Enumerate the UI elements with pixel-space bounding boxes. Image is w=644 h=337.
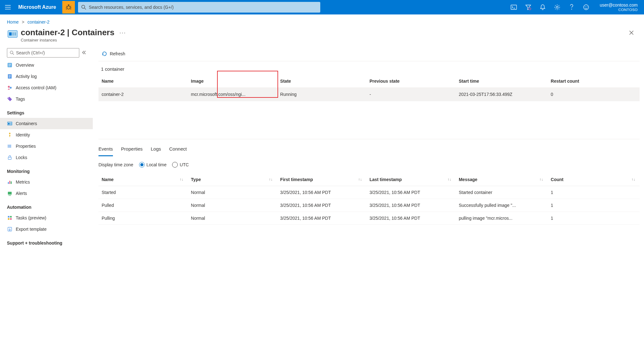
sidebar-item-properties[interactable]: Properties bbox=[0, 141, 93, 152]
search-icon bbox=[81, 5, 86, 10]
sidebar-item-export-template[interactable]: Export template bbox=[0, 224, 93, 235]
bug-icon bbox=[65, 4, 72, 10]
table-row[interactable]: Pulling Normal 3/25/2021, 10:56 AM PDT 3… bbox=[98, 212, 640, 225]
sidebar-item-tags[interactable]: Tags bbox=[0, 93, 93, 105]
breadcrumb: Home > container-2 bbox=[0, 14, 644, 27]
col-image[interactable]: Image bbox=[188, 75, 277, 87]
svg-point-23 bbox=[9, 135, 10, 136]
cell-ev-type: Normal bbox=[188, 186, 277, 199]
svg-rect-26 bbox=[10, 145, 11, 148]
svg-rect-35 bbox=[10, 218, 12, 220]
col-name[interactable]: Name bbox=[98, 75, 188, 87]
tab-properties[interactable]: Properties bbox=[121, 143, 143, 156]
sort-icon[interactable]: ↑↓ bbox=[447, 177, 451, 182]
svg-point-8 bbox=[587, 6, 587, 7]
sidebar-item-access-control[interactable]: Access control (IAM) bbox=[0, 82, 93, 93]
radio-utc[interactable]: UTC bbox=[172, 162, 189, 168]
sidebar-item-label: Overview bbox=[16, 63, 34, 68]
access-control-icon bbox=[7, 85, 13, 91]
close-blade-button[interactable] bbox=[626, 28, 637, 38]
breadcrumb-home[interactable]: Home bbox=[7, 19, 19, 25]
tab-connect[interactable]: Connect bbox=[169, 143, 187, 156]
col-start-time[interactable]: Start time bbox=[456, 75, 547, 87]
svg-rect-11 bbox=[12, 32, 14, 36]
col-ev-name[interactable]: Name↑↓ bbox=[98, 173, 188, 186]
sidebar-item-activity-log[interactable]: Activity log bbox=[0, 71, 93, 82]
tab-logs[interactable]: Logs bbox=[151, 143, 161, 156]
sort-icon[interactable]: ↑↓ bbox=[358, 177, 362, 182]
sort-icon[interactable]: ↑↓ bbox=[631, 177, 635, 182]
svg-rect-2 bbox=[511, 5, 517, 9]
cell-ev-last: 3/25/2021, 10:56 AM PDT bbox=[366, 199, 456, 212]
brand-label[interactable]: Microsoft Azure bbox=[16, 0, 62, 14]
col-state[interactable]: State bbox=[277, 75, 367, 87]
sidebar-item-overview[interactable]: Overview bbox=[0, 59, 93, 71]
sidebar-item-label: Containers bbox=[16, 121, 37, 126]
sidebar-item-label: Identity bbox=[16, 132, 30, 137]
svg-point-16 bbox=[8, 86, 10, 88]
tags-icon bbox=[7, 96, 13, 102]
notifications-button[interactable] bbox=[536, 0, 549, 14]
refresh-button[interactable]: Refresh bbox=[98, 49, 128, 58]
cell-ev-count: 1 bbox=[548, 212, 640, 225]
sidebar-item-label: Tags bbox=[16, 97, 25, 102]
radio-local-time[interactable]: Local time bbox=[139, 162, 167, 168]
details-tabs: Events Properties Logs Connect bbox=[98, 143, 640, 156]
table-row[interactable]: container-2 mcr.microsoft.com/oss/ngi...… bbox=[98, 87, 640, 101]
tenant-name: CONTOSO bbox=[600, 8, 638, 12]
sidebar-search-input[interactable] bbox=[16, 50, 76, 55]
table-row[interactable]: Started Normal 3/25/2021, 10:56 AM PDT 3… bbox=[98, 186, 640, 199]
sidebar-item-identity[interactable]: Identity bbox=[0, 129, 93, 141]
cloud-shell-button[interactable] bbox=[507, 0, 520, 14]
cell-prev-state: - bbox=[366, 87, 456, 101]
sidebar-item-metrics[interactable]: Metrics bbox=[0, 176, 93, 188]
filter-icon bbox=[525, 4, 531, 10]
svg-point-0 bbox=[67, 6, 70, 9]
sidebar-search[interactable] bbox=[7, 48, 79, 58]
svg-rect-20 bbox=[8, 123, 9, 124]
tab-events[interactable]: Events bbox=[98, 143, 113, 156]
col-previous-state[interactable]: Previous state bbox=[366, 75, 456, 87]
col-ev-count[interactable]: Count↑↓ bbox=[548, 173, 640, 186]
sidebar-item-containers[interactable]: Containers bbox=[0, 118, 93, 129]
feedback-button[interactable] bbox=[580, 0, 593, 14]
containers-icon bbox=[7, 121, 13, 126]
col-ev-first[interactable]: First timestamp↑↓ bbox=[277, 173, 367, 186]
events-header-row: Name↑↓ Type↑↓ First timestamp↑↓ Last tim… bbox=[98, 173, 640, 186]
svg-rect-28 bbox=[8, 182, 9, 184]
svg-point-7 bbox=[585, 6, 585, 7]
sidebar-item-locks[interactable]: Locks bbox=[0, 152, 93, 163]
identity-icon bbox=[7, 132, 13, 138]
hamburger-menu[interactable] bbox=[0, 0, 16, 14]
sort-icon[interactable]: ↑↓ bbox=[180, 177, 183, 182]
more-actions-button[interactable]: ··· bbox=[120, 30, 126, 36]
account-menu[interactable]: user@contoso.com CONTOSO bbox=[596, 1, 644, 14]
table-row[interactable]: Pulled Normal 3/25/2021, 10:56 AM PDT 3/… bbox=[98, 199, 640, 212]
bug-button[interactable] bbox=[62, 1, 75, 14]
global-search-input[interactable] bbox=[89, 5, 317, 10]
global-search[interactable] bbox=[78, 2, 320, 13]
col-restart-count[interactable]: Restart count bbox=[548, 75, 640, 87]
sidebar-item-alerts[interactable]: Alerts bbox=[0, 188, 93, 199]
container-instance-icon bbox=[7, 29, 18, 39]
search-icon bbox=[10, 51, 14, 55]
breadcrumb-current[interactable]: container-2 bbox=[27, 19, 49, 25]
sort-icon[interactable]: ↑↓ bbox=[540, 177, 543, 182]
settings-button[interactable] bbox=[551, 0, 564, 14]
properties-icon bbox=[7, 143, 13, 149]
sidebar-item-tasks[interactable]: Tasks (preview) bbox=[0, 212, 93, 224]
col-ev-type[interactable]: Type↑↓ bbox=[188, 173, 277, 186]
svg-point-17 bbox=[10, 87, 12, 89]
sidebar-item-label: Export template bbox=[16, 227, 47, 232]
col-ev-last[interactable]: Last timestamp↑↓ bbox=[366, 173, 456, 186]
sidebar-item-label: Alerts bbox=[16, 191, 27, 196]
collapse-sidebar-button[interactable] bbox=[82, 50, 86, 56]
cell-restart-count: 0 bbox=[548, 87, 640, 101]
svg-rect-31 bbox=[8, 192, 12, 195]
sort-icon[interactable]: ↑↓ bbox=[269, 177, 273, 182]
col-ev-msg[interactable]: Message↑↓ bbox=[456, 173, 547, 186]
directory-filter-button[interactable] bbox=[522, 0, 535, 14]
help-button[interactable] bbox=[565, 0, 578, 14]
cell-ev-first: 3/25/2021, 10:56 AM PDT bbox=[277, 199, 367, 212]
cell-ev-type: Normal bbox=[188, 212, 277, 225]
